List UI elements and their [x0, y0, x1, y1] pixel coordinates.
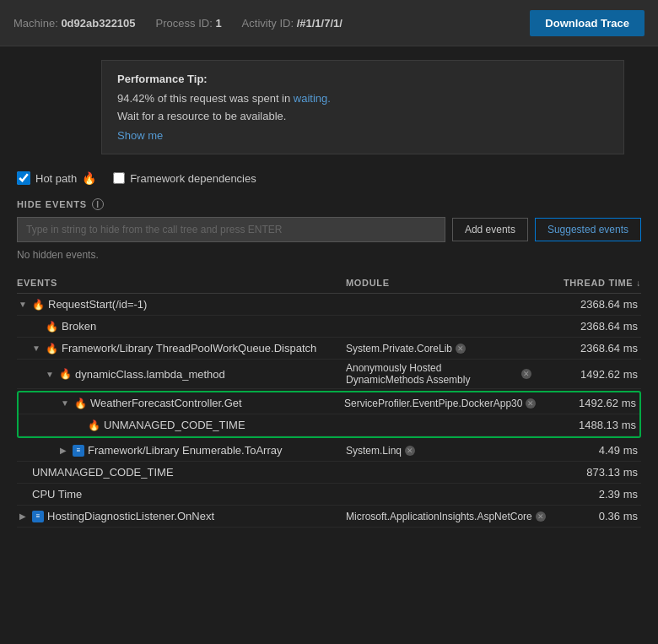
module-close-icon[interactable]: ✕ — [521, 369, 531, 379]
perf-tip-text-before: 94.42% of this request was spent in — [117, 92, 294, 105]
sort-desc-icon: ↓ — [636, 279, 641, 288]
hide-events-search-input[interactable] — [17, 217, 445, 242]
module-close-icon[interactable]: ✕ — [405, 446, 415, 456]
controls-row: Hot path 🔥 Framework dependencies — [17, 171, 641, 185]
expand-arrow[interactable]: ▼ — [44, 368, 56, 380]
events-table: EVENTS MODULE THREAD TIME ↓ ▼ 🔥 RequestS… — [17, 273, 641, 528]
row-time-cell: 2368.64 ms — [531, 320, 641, 333]
event-name: RequestStart(/id=-1) — [48, 298, 147, 311]
thread-time-label: THREAD TIME — [564, 278, 633, 288]
expand-arrow[interactable]: ▼ — [30, 343, 42, 354]
event-name: UNMANAGED_CODE_TIME — [104, 419, 245, 431]
row-time-cell: 2368.64 ms — [531, 342, 641, 354]
hot-path-checkbox[interactable] — [17, 171, 30, 185]
table-row: 🔥 UNMANAGED_CODE_TIME 1488.13 ms — [19, 414, 639, 436]
row-time-cell: 1492.62 ms — [530, 397, 639, 409]
table-row: 🔥 Broken 2368.64 ms — [17, 316, 641, 338]
add-events-button[interactable]: Add events — [452, 218, 528, 241]
table-row: ▼ 🔥 RequestStart(/id=-1) 2368.64 ms — [17, 294, 641, 316]
row-time-cell: 2.39 ms — [531, 488, 641, 501]
row-time-cell: 4.49 ms — [531, 444, 641, 457]
search-row: Add events Suggested events — [17, 217, 641, 242]
main-content: Performance Tip: 94.42% of this request … — [0, 46, 658, 541]
framework-dependencies-checkbox[interactable] — [113, 172, 125, 184]
activity-value: /#1/1/7/1/ — [297, 17, 342, 30]
framework-dependencies-checkbox-label[interactable]: Framework dependencies — [113, 172, 256, 185]
fire-icon: 🔥 — [32, 299, 45, 311]
event-name: Framework/Library Enumerable.ToArray — [88, 444, 282, 457]
table-body: ▼ 🔥 RequestStart(/id=-1) 2368.64 ms 🔥 Br… — [17, 294, 641, 528]
row-time-cell: 2368.64 ms — [531, 298, 641, 311]
event-name: UNMANAGED_CODE_TIME — [32, 466, 174, 479]
table-row: ▶ ≡ Framework/Library Enumerable.ToArray… — [17, 440, 641, 462]
event-name: WeatherForecastController.Get — [90, 397, 242, 409]
performance-tip-box: Performance Tip: 94.42% of this request … — [101, 60, 624, 154]
header-info: Machine: 0d92ab322105 Process ID: 1 Acti… — [13, 17, 342, 30]
module-name: System.Private.CoreLib ✕ — [346, 343, 531, 354]
table-row: ▼ 🔥 dynamicClass.lambda_method Anonymous… — [17, 360, 641, 389]
process-value: 1 — [215, 17, 221, 30]
event-name: dynamicClass.lambda_method — [75, 368, 225, 381]
table-row: CPU Time 2.39 ms — [17, 484, 641, 506]
module-name: ServiceProfiler.EventPipe.DockerApp30 ✕ — [344, 398, 530, 409]
event-name: HostingDiagnosticListener.OnNext — [47, 510, 214, 522]
row-event-cell: 🔥 Broken — [17, 320, 346, 333]
row-module-cell: ServiceProfiler.EventPipe.DockerApp30 ✕ — [344, 398, 530, 409]
process-label: Process ID: — [156, 17, 213, 30]
module-close-icon[interactable]: ✕ — [456, 344, 466, 354]
perf-tip-waiting-link[interactable]: waiting. — [294, 92, 331, 105]
row-module-cell: System.Private.CoreLib ✕ — [346, 343, 531, 354]
machine-value: 0d92ab322105 — [61, 17, 135, 30]
download-trace-button[interactable]: Download Trace — [530, 10, 645, 36]
hide-events-title: HIDE EVENTS i — [17, 198, 641, 210]
row-time-cell: 1488.13 ms — [530, 419, 639, 431]
machine-info: Machine: 0d92ab322105 — [13, 17, 136, 30]
expand-arrow[interactable]: ▼ — [59, 398, 71, 409]
expand-arrow[interactable]: ▼ — [17, 299, 29, 311]
hide-events-info-icon[interactable]: i — [92, 198, 104, 210]
hot-path-label: Hot path — [35, 172, 77, 185]
header: Machine: 0d92ab322105 Process ID: 1 Acti… — [0, 0, 658, 46]
machine-label: Machine: — [13, 17, 58, 30]
module-name: Anonymously Hosted DynamicMethods Assemb… — [346, 362, 531, 386]
net-icon: ≡ — [73, 445, 84, 457]
row-event-cell: UNMANAGED_CODE_TIME — [17, 466, 346, 479]
event-name: Broken — [62, 320, 96, 333]
row-event-cell: ▼ 🔥 Framework/Library ThreadPoolWorkQueu… — [17, 342, 346, 354]
perf-tip-text: 94.42% of this request was spent in wait… — [117, 92, 608, 105]
module-text: ServiceProfiler.EventPipe.DockerApp30 — [344, 398, 522, 409]
suggested-events-button[interactable]: Suggested events — [535, 218, 641, 241]
module-text: Anonymously Hosted DynamicMethods Assemb… — [346, 362, 518, 386]
row-time-cell: 1492.62 ms — [531, 368, 641, 381]
col-header-events: EVENTS — [17, 278, 346, 288]
col-header-time: THREAD TIME ↓ — [531, 278, 641, 288]
perf-tip-title: Performance Tip: — [117, 73, 608, 85]
fire-icon: 🔥 — [46, 343, 58, 354]
hide-events-section: HIDE EVENTS i Add events Suggested event… — [17, 198, 641, 261]
row-event-cell: 🔥 UNMANAGED_CODE_TIME — [19, 419, 344, 431]
show-me-link[interactable]: Show me — [117, 129, 163, 142]
row-event-cell: ▶ ≡ Framework/Library Enumerable.ToArray — [17, 444, 346, 457]
expand-arrow[interactable]: ▶ — [57, 445, 69, 457]
module-text: System.Linq — [346, 445, 402, 457]
module-text: System.Private.CoreLib — [346, 343, 452, 354]
hide-events-label: HIDE EVENTS — [17, 199, 87, 209]
row-module-cell: System.Linq ✕ — [346, 445, 531, 457]
fire-icon: 🔥 — [88, 419, 100, 431]
table-row: ▶ ≡ HostingDiagnosticListener.OnNext Mic… — [17, 506, 641, 528]
row-event-cell: ▶ ≡ HostingDiagnosticListener.OnNext — [17, 510, 346, 522]
module-name: Microsoft.ApplicationInsights.AspNetCore… — [346, 511, 531, 522]
hot-path-fire-icon: 🔥 — [82, 171, 96, 185]
row-time-cell: 873.13 ms — [531, 466, 641, 479]
row-time-cell: 0.36 ms — [531, 510, 641, 522]
activity-info: Activity ID: /#1/1/7/1/ — [242, 17, 342, 30]
table-row: ▼ 🔥 Framework/Library ThreadPoolWorkQueu… — [17, 338, 641, 360]
expand-arrow[interactable]: ▶ — [17, 511, 29, 522]
row-module-cell: Microsoft.ApplicationInsights.AspNetCore… — [346, 511, 531, 522]
row-module-cell: Anonymously Hosted DynamicMethods Assemb… — [346, 362, 531, 386]
row-event-cell: CPU Time — [17, 488, 346, 501]
hot-path-checkbox-label[interactable]: Hot path 🔥 — [17, 171, 96, 185]
col-header-module: MODULE — [346, 278, 531, 288]
row-event-cell: ▼ 🔥 dynamicClass.lambda_method — [17, 368, 346, 381]
table-row: ▼ 🔥 WeatherForecastController.Get Servic… — [19, 392, 639, 414]
